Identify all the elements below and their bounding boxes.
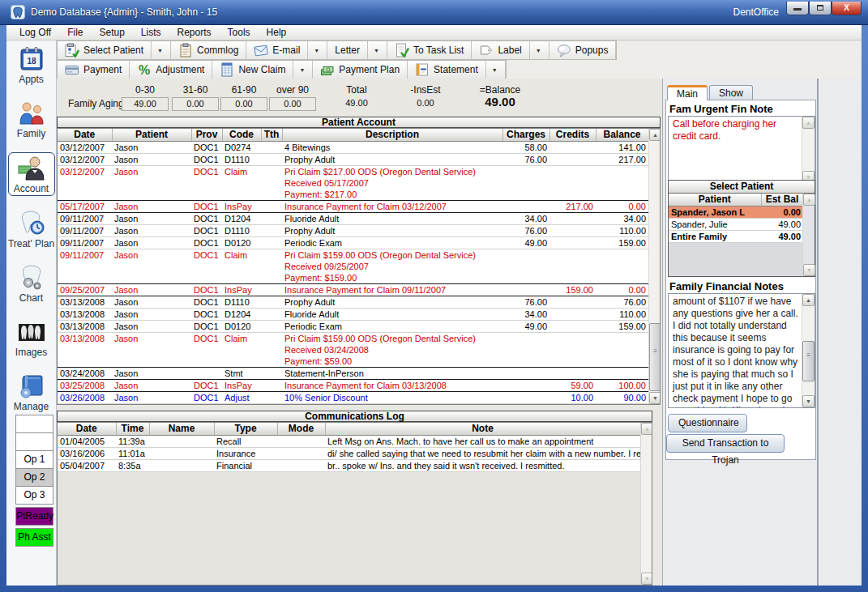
dropdown-arrow-icon[interactable]: ▼: [485, 61, 498, 79]
sidebar-item-family[interactable]: Family: [8, 98, 55, 140]
toolbar-button-statement[interactable]: Statement▼: [408, 61, 506, 79]
scroll-up-icon[interactable]: ▲: [803, 194, 815, 206]
toolbar-button-label: Letter: [335, 45, 360, 56]
toolbar-button-adjustment[interactable]: %Adjustment: [130, 61, 212, 79]
account-row[interactable]: 03/12/2007JasonDOC1D02744 Bitewings58.00…: [58, 141, 648, 153]
scroll-down-icon[interactable]: ▼: [802, 395, 815, 407]
op-cell-ptready[interactable]: PtReady: [15, 507, 53, 526]
toolbar-button-select-patient[interactable]: Select Patient▼: [58, 41, 171, 59]
dropdown-arrow-icon[interactable]: ▼: [367, 41, 379, 59]
patient-list-row[interactable]: Spander, Julie49.00: [669, 218, 803, 230]
questionnaire-button[interactable]: Questionnaire: [668, 414, 747, 432]
account-row[interactable]: 03/26/2008JasonDOC1Adjust10% Senior Disc…: [58, 391, 648, 403]
sidebar-item-manage[interactable]: Manage: [8, 371, 55, 413]
urgent-note-scrollbar[interactable]: ▲ ▼: [802, 117, 814, 183]
account-column-patient: Patient: [112, 129, 191, 141]
account-row[interactable]: 09/11/2007JasonDOC1D0120Periodic Exam49.…: [58, 236, 648, 249]
account-scroll-thumb[interactable]: [649, 323, 661, 391]
scroll-up-icon[interactable]: ▲: [802, 117, 815, 129]
account-row[interactable]: 03/12/2007JasonDOC1ClaimPri Claim $217.0…: [58, 165, 648, 200]
account-row[interactable]: 03/12/2007JasonDOC1D1110Prophy Adult76.0…: [58, 153, 648, 165]
account-scrollbar[interactable]: ▲ ▼: [648, 129, 661, 404]
select-patient-column-patient: Patient: [669, 194, 761, 206]
menu-lists[interactable]: Lists: [133, 25, 169, 40]
minimize-button[interactable]: ▬: [786, 2, 809, 15]
tab-show[interactable]: Show: [709, 85, 753, 100]
sidebar-item-chart[interactable]: Chart: [8, 262, 55, 305]
commlog-scrollbar[interactable]: ▲ ▼: [640, 423, 652, 585]
toolbar-button-commlog[interactable]: Commlog: [171, 41, 246, 59]
account-icon: [18, 155, 45, 181]
toolbar-button-to-task-list[interactable]: To Task List: [387, 41, 472, 59]
op-cell-empty[interactable]: [15, 432, 53, 451]
account-row[interactable]: 09/25/2007JasonDOC1InsPayInsurance Payme…: [58, 283, 648, 296]
dropdown-arrow-icon[interactable]: ▼: [293, 61, 305, 79]
account-row[interactable]: 03/13/2008JasonDOC1D1110Prophy Adult76.0…: [58, 296, 648, 308]
account-row[interactable]: 03/13/2008JasonDOC1D1204Fluoride Adult34…: [58, 308, 648, 320]
menu-setup[interactable]: Setup: [91, 25, 132, 40]
toolbar-button-payment-plan[interactable]: Payment Plan: [313, 61, 408, 79]
op-cell-op-2[interactable]: Op 2: [15, 468, 53, 487]
patient-list-scrollbar[interactable]: ▲ ▼: [802, 194, 815, 276]
maximize-button[interactable]: [809, 2, 832, 15]
op-cell-op-1[interactable]: Op 1: [15, 450, 53, 469]
account-row[interactable]: 03/26/2008JasonDOC1PayCheck #1234 $90.00…: [58, 403, 648, 405]
dropdown-arrow-icon[interactable]: ▼: [307, 41, 319, 59]
send-transaction-to-trojan-button[interactable]: Send Transaction to Trojan: [666, 434, 785, 453]
account-row[interactable]: 03/24/2008JasonStmtStatement-InPerson: [58, 367, 648, 379]
sidebar-item-images[interactable]: Images: [8, 317, 55, 359]
sidebar-item-account[interactable]: Account: [8, 152, 55, 196]
op-cell-op-3[interactable]: Op 3: [15, 486, 53, 505]
sidebar-item-label: Images: [8, 347, 55, 358]
account-row[interactable]: 03/13/2008JasonDOC1D0120Periodic Exam49.…: [58, 320, 648, 332]
percent-icon: %: [137, 62, 152, 77]
aging-total-label: Total: [332, 84, 381, 96]
toolbar-button-e-mail[interactable]: E-mail▼: [246, 41, 327, 59]
op-cell-ph-asst[interactable]: Ph Asst: [15, 528, 53, 547]
toolbar-button-letter[interactable]: Letter▼: [327, 41, 387, 59]
patient-list-row[interactable]: Entire Family49.00: [669, 230, 803, 242]
account-row[interactable]: 03/13/2008JasonDOC1ClaimPri Claim $159.0…: [58, 332, 648, 367]
toolbar-button-new-claim[interactable]: New Claim▼: [212, 61, 313, 79]
tab-main[interactable]: Main: [667, 85, 708, 100]
scroll-down-icon[interactable]: ▼: [803, 264, 815, 276]
menu-help[interactable]: Help: [259, 25, 295, 40]
financial-notes-scroll-thumb[interactable]: [802, 341, 815, 381]
commlog-icon: [178, 43, 193, 57]
account-row[interactable]: 09/11/2007JasonDOC1D1110Prophy Adult76.0…: [58, 224, 648, 236]
toolbar-button-label: Commlog: [197, 45, 238, 56]
menu-tools[interactable]: Tools: [220, 25, 259, 40]
scroll-down-icon[interactable]: ▼: [649, 392, 661, 404]
scroll-up-icon[interactable]: ▲: [649, 129, 661, 141]
panel-splitter[interactable]: [817, 79, 819, 586]
financial-notes-textarea[interactable]: amount of $1107 if we have any questions…: [668, 293, 815, 408]
commlog-row[interactable]: 03/16/200611:01aInsurancedi/ she called …: [58, 447, 640, 459]
sidebar-item-appts[interactable]: 18Appts: [8, 44, 55, 86]
scroll-down-icon[interactable]: ▼: [641, 573, 652, 585]
op-cell-empty[interactable]: [15, 415, 53, 433]
menu-file[interactable]: File: [59, 25, 91, 40]
account-row[interactable]: 09/11/2007JasonDOC1ClaimPri Claim $159.0…: [58, 249, 648, 283]
toolbar-button-popups[interactable]: Popups: [549, 41, 617, 59]
toolbar-row-1: Select Patient▼CommlogE-mail▼Letter▼To T…: [57, 40, 617, 60]
commlog-row[interactable]: 01/04/200511:39aRecallLeft Msg on Ans. M…: [58, 435, 640, 447]
account-row[interactable]: 05/17/2007JasonDOC1InsPayInsurance Payme…: [58, 200, 648, 212]
account-row[interactable]: 03/25/2008JasonDOC1InsPayInsurance Payme…: [58, 379, 648, 391]
dropdown-arrow-icon[interactable]: ▼: [529, 41, 541, 59]
toolbar-button-label[interactable]: Label▼: [472, 41, 549, 59]
urgent-note-textarea[interactable]: Call before charging her credit card.: [668, 116, 815, 184]
patient-list-row[interactable]: Spander, Jason L0.00: [669, 206, 803, 218]
close-button[interactable]: X: [832, 2, 862, 15]
scroll-up-icon[interactable]: ▲: [641, 423, 652, 435]
dropdown-arrow-icon[interactable]: ▼: [151, 41, 163, 59]
financial-notes-scrollbar[interactable]: ▲ ▼: [802, 294, 814, 407]
menu-log-off[interactable]: Log Off: [11, 25, 59, 40]
sidebar-item-treat-plan[interactable]: Treat' Plan: [8, 208, 55, 250]
scroll-up-icon[interactable]: ▲: [802, 294, 815, 306]
menu-reports[interactable]: Reports: [169, 25, 220, 40]
toolbar-button-payment[interactable]: Payment: [58, 61, 130, 79]
right-panel: Main Show Fam Urgent Fin Note Call befor…: [662, 79, 862, 586]
commlog-row[interactable]: 05/04/20078:35aFinancialbr.. spoke w/ In…: [58, 459, 640, 471]
account-row[interactable]: 09/11/2007JasonDOC1D1204Fluoride Adult34…: [58, 212, 648, 224]
sidebar-modules: 18ApptsFamilyAccountTreat' PlanChartImag…: [6, 44, 56, 425]
